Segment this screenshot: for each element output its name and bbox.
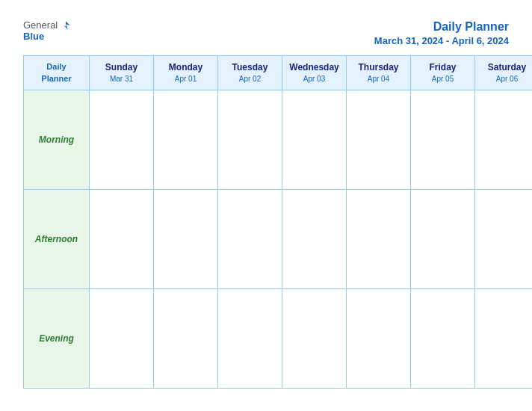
row-morning: Morning [24, 90, 533, 189]
cell-afternoon-tuesday[interactable] [218, 189, 282, 288]
cell-morning-thursday[interactable] [347, 90, 411, 189]
logo-bird-icon [61, 20, 71, 31]
cell-afternoon-sunday[interactable] [90, 189, 154, 288]
cell-morning-monday[interactable] [154, 90, 218, 189]
cell-afternoon-wednesday[interactable] [282, 189, 347, 288]
cell-afternoon-saturday[interactable] [475, 189, 533, 288]
row-label-afternoon: Afternoon [24, 189, 90, 288]
row-afternoon: Afternoon [24, 189, 533, 288]
cell-evening-monday[interactable] [154, 288, 218, 388]
cell-afternoon-friday[interactable] [411, 189, 475, 288]
title-area: Daily Planner March 31, 2024 - April 6, … [374, 19, 509, 46]
svg-marker-0 [64, 21, 69, 29]
header-label-cell: DailyPlanner [24, 55, 90, 90]
cell-morning-tuesday[interactable] [218, 90, 282, 189]
logo-area: General Blue [23, 19, 71, 42]
cell-evening-tuesday[interactable] [218, 288, 282, 388]
header-thursday: Thursday Apr 04 [347, 55, 411, 90]
row-evening: Evening [24, 288, 533, 388]
date-range: March 31, 2024 - April 6, 2024 [374, 35, 509, 46]
calendar-header-row: DailyPlanner Sunday Mar 31 Monday Apr 01… [24, 55, 533, 90]
cell-evening-friday[interactable] [411, 288, 475, 388]
cell-morning-friday[interactable] [411, 90, 475, 189]
logo-general-text: General [23, 19, 58, 31]
cell-morning-wednesday[interactable] [282, 90, 347, 189]
cell-morning-sunday[interactable] [90, 90, 154, 189]
cell-evening-sunday[interactable] [90, 288, 154, 388]
row-label-morning: Morning [24, 90, 90, 189]
cell-afternoon-thursday[interactable] [347, 189, 411, 288]
page: General Blue Daily Planner March 31, 202… [8, 7, 524, 404]
header-saturday: Saturday Apr 06 [475, 55, 533, 90]
cell-evening-wednesday[interactable] [282, 288, 347, 388]
header-monday: Monday Apr 01 [154, 55, 218, 90]
cell-evening-thursday[interactable] [347, 288, 411, 388]
logo: General [23, 19, 71, 31]
header-friday: Friday Apr 05 [411, 55, 475, 90]
page-title: Daily Planner [374, 19, 509, 35]
header: General Blue Daily Planner March 31, 202… [23, 19, 509, 46]
cell-evening-saturday[interactable] [475, 288, 533, 388]
logo-blue-text: Blue [23, 31, 44, 42]
row-label-evening: Evening [24, 288, 90, 388]
header-tuesday: Tuesday Apr 02 [218, 55, 282, 90]
calendar-table: DailyPlanner Sunday Mar 31 Monday Apr 01… [23, 55, 532, 389]
header-wednesday: Wednesday Apr 03 [282, 55, 347, 90]
cell-afternoon-monday[interactable] [154, 189, 218, 288]
cell-morning-saturday[interactable] [475, 90, 533, 189]
header-sunday: Sunday Mar 31 [90, 55, 154, 90]
